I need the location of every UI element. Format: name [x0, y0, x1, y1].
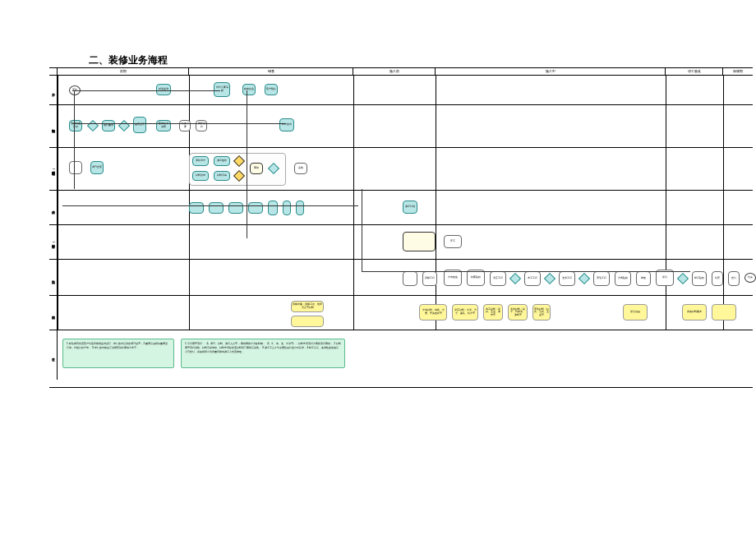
node-c1[interactable] [403, 271, 417, 286]
decision-mason[interactable] [509, 273, 521, 284]
col-header-6: 保修期 [723, 68, 753, 75]
node-survey[interactable]: 客户需求调研 [156, 120, 171, 131]
node-purchase[interactable]: 采购 [294, 163, 307, 174]
node-d5[interactable] [268, 201, 278, 215]
node-invite-measure[interactable]: 邀约量房 [102, 120, 115, 131]
decision-invite[interactable] [87, 120, 99, 131]
lane-finance: 材料/财务 开工 [49, 225, 753, 260]
node-clean[interactable]: 保洁 [656, 270, 674, 286]
node-material-apply[interactable] [403, 232, 436, 251]
node-approve[interactable]: 审核 [250, 163, 263, 174]
node-d7[interactable] [296, 201, 304, 215]
swimlane-container: 客户 开始 精装咨询 设计方案讲解 收取定金 客户确认 销售顾问 客户沟通记录 … [49, 76, 753, 388]
ynode-8[interactable]: 保修材料备件 [682, 304, 707, 321]
node-start-work[interactable]: 开工 [444, 235, 462, 248]
col-header-2: 销售 [189, 68, 353, 75]
lane-notes: 备注 1.销售顾问负责客户沟通和前期咨询登记，签订合同后移交项目经理； 2.量房… [49, 330, 753, 380]
ynode-9[interactable] [712, 304, 736, 321]
node-pm-start[interactable] [69, 161, 82, 174]
ynode-5[interactable]: 油漆材料：腻子、乳胶漆、涂料等 [508, 304, 528, 321]
lane-label-3: 项目经理/工程部 [49, 148, 58, 190]
node-final-check[interactable]: 竣工验收 [692, 271, 707, 286]
node-carpenter[interactable]: 木工工程 [524, 271, 541, 286]
node-d1[interactable] [189, 202, 204, 214]
ynode-6[interactable]: 安装材料：灯具、洁具、五金等 [532, 304, 551, 321]
node-rectify[interactable]: 整改 [636, 271, 651, 286]
col-header-5: 竣工验收 [666, 68, 723, 75]
node-deepen-design[interactable]: 深化设计 [192, 156, 209, 166]
node-plan[interactable]: 施工计划 [403, 201, 417, 214]
node-brief[interactable]: 项目交底 [90, 161, 104, 174]
node-deliver[interactable]: 交付 [728, 271, 740, 286]
decision-paint[interactable] [579, 273, 590, 284]
col-header-4: 施工中 [436, 68, 666, 75]
lane-construction: 施工队 拆除工程 水电改造 隐蔽验收 泥瓦工程 木工工程 油漆工程 安装工程 分… [49, 260, 753, 296]
node-settle[interactable]: 结算 [712, 271, 723, 286]
node-comm-log[interactable]: 客户沟通记录 [69, 120, 82, 131]
ynode-1[interactable]: 拆除设备：拆除工具、垃圾清运等材料 [291, 301, 324, 312]
node-d2[interactable] [209, 202, 224, 214]
node-scheme-explain[interactable]: 设计方案讲解 [214, 82, 230, 97]
note-box-1: 1.销售顾问负责客户沟通和前期咨询登记，签订合同后移交项目经理； 2.量房后需填… [62, 339, 174, 368]
column-header-row: 前期 销售 施工前 施工中 竣工验收 保修期 [49, 67, 753, 76]
note-box-2: 1.工程管理流程：（1）项目、材料、施工人员等…审核审批及分配机制；（2）水、电… [181, 339, 345, 368]
lane-label-5: 材料/财务 [49, 225, 58, 259]
node-install[interactable]: 安装工程 [593, 271, 610, 286]
decision-measure[interactable] [118, 120, 130, 131]
lane-label-notes: 备注 [49, 330, 58, 380]
lane-label-7: 供应商 [49, 296, 58, 330]
lane-sales: 销售顾问 客户沟通记录 邀约量房 量房登记 客户需求调研 初步方案 预算报价 签… [49, 105, 753, 148]
node-demolish[interactable]: 拆除工程 [422, 271, 437, 286]
lane-supplier: 供应商 拆除设备：拆除工具、垃圾清运等材料 水电材料：电线、水管、开关面板等 泥… [49, 296, 753, 330]
lane-pm: 项目经理/工程部 项目交底 深化设计 施工图纸 材料选型 材料清单 审核 采购 [49, 148, 753, 191]
node-budget[interactable]: 预算报价 [196, 120, 207, 131]
node-check[interactable]: 分项验收 [615, 271, 631, 286]
node-consult[interactable]: 精装咨询 [156, 84, 171, 95]
lane-designer: 设计师 施工计划 [49, 191, 753, 225]
ynode-3[interactable]: 泥瓦材料：水泥、沙子、瓷砖、防水等 [452, 304, 478, 321]
node-d3[interactable] [228, 202, 243, 214]
col-header-3: 施工前 [353, 68, 436, 75]
decision-carpenter[interactable] [544, 273, 555, 284]
lane-label-1: 客户 [49, 76, 58, 104]
node-hidden-check[interactable]: 隐蔽验收 [467, 270, 485, 286]
node-d6[interactable] [283, 201, 291, 215]
page-title: 二、装修业务海程 [89, 53, 168, 67]
node-confirm[interactable]: 客户确认 [265, 84, 278, 95]
lane-label-4: 设计师 [49, 191, 58, 224]
node-initial-plan[interactable]: 初步方案 [179, 120, 191, 131]
col-header-1: 前期 [58, 68, 189, 75]
node-d4[interactable] [248, 202, 263, 214]
node-drawings[interactable]: 施工图纸 [214, 156, 230, 166]
node-paint[interactable]: 油漆工程 [559, 271, 575, 286]
node-end[interactable]: 结束 [744, 273, 756, 283]
lane-label-6: 施工队 [49, 260, 58, 295]
node-contract[interactable]: 签订合同 [279, 118, 294, 131]
node-measure[interactable]: 量房登记 [133, 117, 146, 133]
ynode-1b[interactable] [291, 316, 324, 327]
decision-final[interactable] [677, 273, 689, 284]
node-material-list[interactable]: 材料清单 [214, 171, 230, 181]
node-mason[interactable]: 泥瓦工程 [490, 271, 506, 286]
node-water-elec[interactable]: 水电改造 [444, 270, 462, 286]
ynode-4[interactable]: 木工材料：板材、五金、龙骨等 [483, 304, 503, 321]
lane-label-2: 销售顾问 [49, 105, 58, 147]
ynode-2[interactable]: 水电材料：电线、水管、开关面板等 [419, 304, 447, 321]
node-deposit[interactable]: 收取定金 [242, 84, 256, 95]
node-material-select[interactable]: 材料选型 [192, 171, 209, 181]
ynode-7[interactable]: 保洁用品 [623, 304, 648, 321]
